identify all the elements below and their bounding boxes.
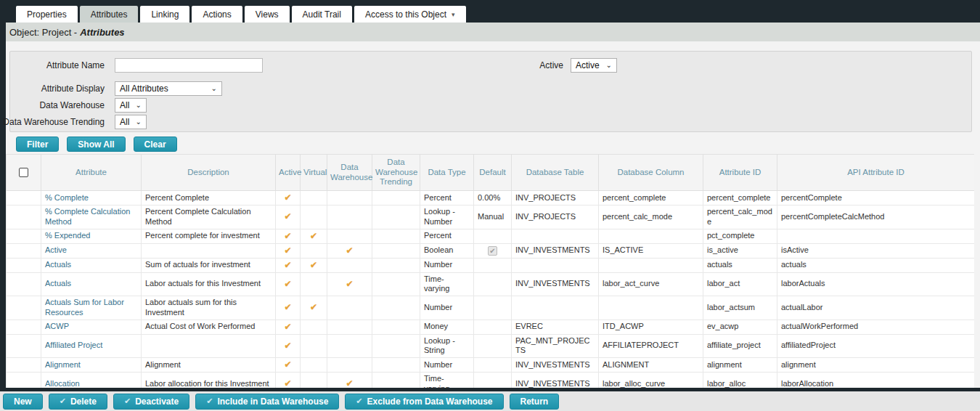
- tab-actions[interactable]: Actions: [192, 6, 242, 23]
- tab-attributes[interactable]: Attributes: [80, 6, 139, 23]
- attribute-link[interactable]: % Complete: [45, 193, 89, 202]
- return-button[interactable]: Return: [510, 394, 560, 410]
- default-cell: Manual: [474, 206, 512, 229]
- attribute-id-cell: actuals: [703, 258, 777, 272]
- include-in-data-warehouse-button[interactable]: ✔Include in Data Warehouse: [195, 394, 339, 410]
- default-cell: [474, 358, 512, 373]
- active-cell: ✔: [276, 334, 301, 358]
- deactivate-button[interactable]: ✔Deactivate: [113, 394, 189, 410]
- attribute-cell: Actuals Sum for Labor Resources: [41, 296, 142, 320]
- chevron-down-icon: ⌄: [211, 85, 217, 92]
- filter-button[interactable]: Filter: [16, 137, 59, 152]
- data-warehouse-label: Data Warehouse: [10, 100, 105, 110]
- attribute-id-cell: percent_calc_mode: [703, 206, 777, 229]
- data-warehouse-select[interactable]: All ⌄: [115, 98, 147, 113]
- table-row: Active✔✔Boolean✔INV_INVESTMENTSIS_ACTIVE…: [7, 243, 975, 258]
- database-column-cell: [599, 296, 703, 320]
- button-label: Delete: [70, 396, 97, 407]
- show-all-button[interactable]: Show All: [67, 137, 125, 152]
- attribute-cell: Actuals: [41, 258, 142, 272]
- exclude-from-data-warehouse-button[interactable]: ✔Exclude from Data Warehouse: [345, 394, 503, 410]
- attribute-link[interactable]: Alignment: [45, 360, 81, 369]
- active-cell: ✔: [276, 243, 301, 258]
- attribute-id-cell: pct_complete: [703, 229, 777, 243]
- tab-properties[interactable]: Properties: [16, 6, 78, 23]
- table-row: Affiliated Project✔Lookup - StringPAC_MN…: [7, 334, 975, 358]
- check-icon: ✔: [284, 302, 291, 312]
- attribute-link[interactable]: Affiliated Project: [45, 341, 102, 349]
- row-select-cell[interactable]: [7, 229, 41, 243]
- row-select-cell[interactable]: [7, 191, 41, 206]
- row-select-cell[interactable]: [7, 206, 41, 229]
- data-warehouse-cell: ✔: [327, 243, 372, 258]
- check-icon: ✔: [346, 245, 353, 256]
- attribute-display-select[interactable]: All Attributes ⌄: [115, 81, 222, 96]
- button-label: Deactivate: [135, 396, 179, 407]
- active-value: Active: [576, 60, 600, 70]
- attribute-link[interactable]: Actuals Sum for Labor Resources: [45, 298, 124, 317]
- active-cell: ✔: [276, 320, 301, 334]
- virtual-cell: ✔: [301, 229, 327, 243]
- column-header-description: Description: [142, 155, 276, 191]
- dw-trending-select[interactable]: All ⌄: [115, 115, 147, 129]
- data-warehouse-cell: ✔: [327, 272, 372, 296]
- data-type-cell: Lookup - String: [420, 334, 474, 358]
- attribute-link[interactable]: Actuals: [45, 260, 71, 269]
- database-table-cell: EVREC: [512, 320, 599, 334]
- api-attribute-id-cell: affiliatedProject: [777, 334, 975, 358]
- active-select[interactable]: Active ⌄: [571, 58, 617, 73]
- tab-label: Access to this Object: [365, 9, 446, 20]
- attribute-id-cell: labor_actsum: [703, 296, 777, 320]
- attribute-link[interactable]: ACWP: [45, 322, 69, 330]
- attribute-link[interactable]: % Complete Calculation Method: [45, 207, 130, 226]
- row-select-cell[interactable]: [7, 373, 41, 388]
- check-icon: ✔: [310, 260, 317, 270]
- chevron-down-icon: ⌄: [606, 62, 612, 69]
- table-row: Actuals Sum for Labor ResourcesLabor act…: [7, 296, 975, 320]
- check-icon: ✔: [284, 322, 291, 332]
- attribute-cell: % Complete: [41, 191, 142, 206]
- select-all-checkbox[interactable]: [19, 168, 28, 177]
- tab-linking[interactable]: Linking: [140, 6, 189, 23]
- tab-bar: PropertiesAttributesLinkingActionsViewsA…: [16, 6, 466, 23]
- row-select-cell[interactable]: [7, 358, 41, 373]
- data-warehouse-cell: ✔: [327, 373, 372, 388]
- tab-label: Views: [256, 9, 279, 20]
- table-row: % CompletePercent Complete✔Percent0.00%I…: [7, 191, 975, 206]
- attributes-table: AttributeDescriptionActiveVirtualData Wa…: [6, 154, 974, 388]
- column-header-database-table: Database Table: [512, 155, 599, 191]
- active-label: Active: [527, 60, 563, 70]
- delete-button[interactable]: ✔Delete: [49, 394, 107, 410]
- tab-access-to-this-object[interactable]: Access to this Object▾: [354, 6, 466, 23]
- data-type-cell: Number: [420, 296, 474, 320]
- top-frame: PropertiesAttributesLinkingActionsViewsA…: [0, 0, 980, 23]
- attribute-cell: Allocation: [41, 373, 142, 388]
- api-attribute-id-cell: isActive: [777, 243, 975, 258]
- filter-row-dw-trending: Data Warehouse Trending All ⌄: [10, 114, 147, 130]
- attribute-name-input[interactable]: [115, 58, 263, 73]
- database-column-cell: [599, 258, 703, 272]
- row-select-cell[interactable]: [7, 320, 41, 334]
- dw-trending-cell: [372, 296, 420, 320]
- attributes-table-wrap: AttributeDescriptionActiveVirtualData Wa…: [6, 154, 974, 388]
- attribute-link[interactable]: % Expended: [45, 231, 90, 240]
- new-button[interactable]: New: [3, 394, 43, 410]
- check-icon: ✔: [284, 341, 291, 351]
- row-select-cell[interactable]: [7, 296, 41, 320]
- active-cell: ✔: [276, 191, 301, 206]
- clear-button[interactable]: Clear: [134, 137, 177, 152]
- button-label: Exclude from Data Warehouse: [367, 396, 493, 407]
- description-cell: Labor actuals for this Investment: [142, 272, 276, 296]
- table-row: ActualsSum of actuals for investment✔✔Nu…: [7, 258, 975, 272]
- attribute-link[interactable]: Actuals: [45, 279, 71, 288]
- row-select-cell[interactable]: [7, 243, 41, 258]
- default-cell: [474, 296, 512, 320]
- tab-audit-trail[interactable]: Audit Trail: [292, 6, 352, 23]
- attribute-link[interactable]: Active: [45, 245, 67, 254]
- row-select-cell[interactable]: [7, 334, 41, 358]
- table-row: % ExpendedPercent complete for investmen…: [7, 229, 975, 243]
- attribute-link[interactable]: Allocation: [45, 379, 80, 388]
- row-select-cell[interactable]: [7, 258, 41, 272]
- row-select-cell[interactable]: [7, 272, 41, 296]
- tab-views[interactable]: Views: [245, 6, 290, 23]
